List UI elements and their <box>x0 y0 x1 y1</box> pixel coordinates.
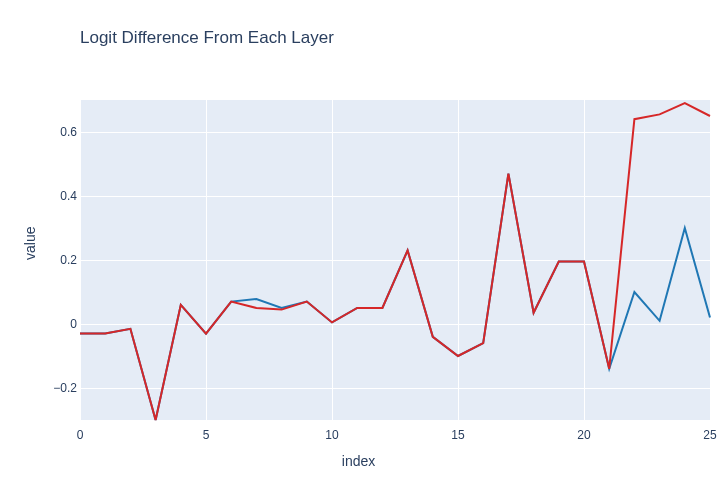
y-tick-label: 0.6 <box>17 125 77 139</box>
plot-area <box>80 100 710 420</box>
x-tick-label: 25 <box>703 428 716 442</box>
y-tick-label: 0 <box>17 317 77 331</box>
x-tick-label: 20 <box>577 428 590 442</box>
y-tick-label: 0.4 <box>17 189 77 203</box>
series-line <box>80 103 710 420</box>
y-tick-label: 0.2 <box>17 253 77 267</box>
x-tick-label: 0 <box>77 428 84 442</box>
y-tick-label: −0.2 <box>17 381 77 395</box>
x-tick-label: 10 <box>325 428 338 442</box>
x-tick-label: 5 <box>203 428 210 442</box>
x-tick-label: 15 <box>451 428 464 442</box>
gridline-v <box>710 100 711 420</box>
chart-svg <box>80 100 710 420</box>
x-axis-label: index <box>342 453 375 469</box>
chart-title: Logit Difference From Each Layer <box>80 28 334 48</box>
